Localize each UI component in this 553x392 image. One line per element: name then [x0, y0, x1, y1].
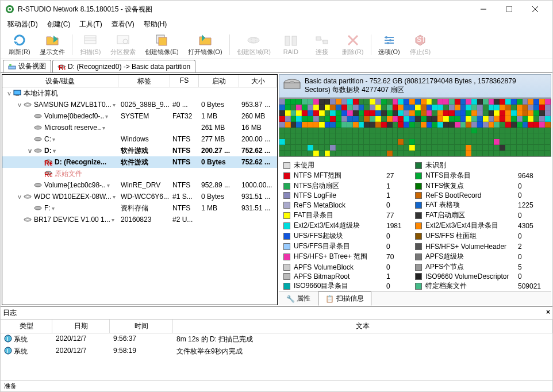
toolbar-连接: 连接: [306, 32, 337, 57]
dropdown-icon[interactable]: ▾: [107, 182, 110, 189]
dropdown-icon[interactable]: ▾: [112, 217, 114, 223]
dropdown-icon[interactable]: ▾: [53, 148, 56, 154]
col-size[interactable]: 大小: [239, 75, 277, 87]
svg-text:STOP: STOP: [417, 36, 427, 44]
menu-item[interactable]: 创建(C): [43, 18, 75, 30]
minimize-button[interactable]: [470, 1, 496, 17]
log-col-time[interactable]: 时间: [110, 320, 173, 333]
log-date: 2020/12/7: [52, 346, 110, 357]
log-text: 8m 12s 的 D: 扫描已完成: [173, 334, 552, 345]
dropdown-icon[interactable]: ▾: [52, 136, 55, 143]
expand-icon[interactable]: v: [26, 147, 33, 154]
row-name: Microsoft reserve..: [44, 124, 101, 132]
tree-row[interactable]: Volume{1ecb0c98-..▾WinRE_DRVNTFS952.89 .…: [2, 179, 277, 191]
row-icon: [33, 147, 43, 155]
tree-row[interactable]: Rec原始文件: [2, 168, 277, 179]
tree-row[interactable]: vWDC WD10EZEX-08W...▾WD-WCC6Y6...#1 S...…: [2, 191, 277, 202]
tree-row[interactable]: Microsoft reserve..▾261 MB16 MB: [2, 122, 277, 133]
tree-row[interactable]: BR17 DEVICE V1.00 1...▾20160823#2 U...: [2, 214, 277, 225]
row-size: 931.51 ...: [239, 193, 277, 201]
toolbar-icon: [83, 33, 97, 47]
legend-name: FAT目录条目: [294, 210, 386, 220]
menu-item[interactable]: 驱动器(D): [3, 18, 43, 30]
device-tree[interactable]: v本地计算机vSAMSUNG MZVLB1T0...▾0025_388B_9..…: [2, 87, 277, 305]
svg-point-49: [26, 196, 29, 197]
maximize-button[interactable]: [496, 1, 522, 17]
col-start[interactable]: 启动: [199, 75, 239, 87]
dropdown-icon[interactable]: ▾: [102, 125, 105, 131]
toolbar-显示文件[interactable]: 显示文件: [35, 32, 70, 57]
log-rows: i 系统2020/12/79:56:378m 12s 的 D: 扫描已完成i 系…: [1, 333, 552, 358]
toolbar-刷新(R)[interactable]: 刷新(R): [4, 32, 35, 57]
log-close-icon[interactable]: ×: [546, 308, 550, 318]
col-device[interactable]: 设备/磁盘: [2, 75, 118, 87]
log-col-text[interactable]: 文本: [173, 320, 552, 333]
legend-item: FAT启动扇区0: [415, 210, 547, 220]
tab-properties[interactable]: 🔧 属性: [279, 291, 318, 306]
legend-value: 1: [386, 272, 415, 280]
expand-icon[interactable]: v: [16, 193, 23, 200]
menu-item[interactable]: 帮助(H): [139, 18, 172, 30]
tree-row[interactable]: vD:▾软件游戏NTFS200.27 ...752.62 ...: [2, 145, 277, 156]
legend-value: 0: [518, 212, 547, 220]
tab-scan-info[interactable]: 📋 扫描信息: [318, 291, 371, 306]
legend-name: NTFS MFT范围: [294, 171, 386, 180]
dropdown-icon[interactable]: ▾: [52, 205, 55, 212]
row-icon: [23, 216, 32, 224]
titlebar: R-STUDIO Network 8.15.180015 - 设备视图: [1, 1, 552, 18]
tree-row[interactable]: F:▾资料存储NTFS1 MB931.51 ...: [2, 202, 277, 214]
log-type: 系统: [14, 335, 28, 344]
row-icon: [33, 181, 43, 189]
dropdown-icon[interactable]: ▾: [113, 194, 116, 200]
menu-item[interactable]: 查看(V): [107, 18, 139, 30]
row-label: 0025_388B_9...: [118, 101, 170, 109]
legend-name: ReFS BootRecord: [425, 191, 518, 199]
log-col-date[interactable]: 日期: [52, 320, 110, 333]
window-title: R-STUDIO Network 8.15.180015 - 设备视图: [18, 5, 470, 14]
log-row[interactable]: i 系统2020/12/79:56:378m 12s 的 D: 扫描已完成: [1, 333, 552, 345]
toolbar-选项(O)[interactable]: 选项(O): [374, 32, 405, 57]
menu-item[interactable]: 工具(T): [75, 18, 106, 30]
toolbar-打开镜像(O)[interactable]: 打开镜像(O): [183, 32, 227, 57]
row-icon: [23, 101, 32, 109]
toolbar-icon: [198, 33, 212, 47]
expand-icon[interactable]: v: [16, 101, 23, 108]
toolbar-创建镜像(E)[interactable]: 创建镜像(E): [140, 32, 183, 57]
expand-icon[interactable]: v: [6, 90, 13, 97]
tree-row[interactable]: v本地计算机: [2, 87, 277, 99]
tab-device-view[interactable]: 设备视图: [3, 60, 51, 72]
legend-swatch: [283, 192, 290, 199]
tab-partition[interactable]: Rec D: (Recognized0) -> Basic data parti…: [52, 60, 195, 72]
log-time: 9:58:19: [110, 346, 173, 357]
tree-row[interactable]: vSAMSUNG MZVLB1T0...▾0025_388B_9...#0 ..…: [2, 99, 277, 110]
col-fs[interactable]: FS: [170, 75, 199, 87]
legend-value: 1: [386, 191, 415, 199]
legend-name: 特定档案文件: [425, 281, 518, 291]
row-name: 原始文件: [55, 169, 82, 179]
log-time: 9:56:37: [110, 334, 173, 345]
col-label[interactable]: 标签: [118, 75, 170, 87]
svg-point-38: [26, 104, 29, 105]
info-line2: Sectors) 每数据块 4277407 扇区: [305, 85, 516, 95]
toolbar-停止(S): STOP停止(S): [405, 32, 436, 57]
row-label: Windows: [118, 135, 170, 143]
legend-value: 0: [518, 253, 547, 261]
legend-swatch: [415, 253, 422, 260]
legend-name: NTFS LogFile: [294, 191, 386, 199]
dropdown-icon[interactable]: ▾: [105, 113, 108, 120]
legend-name: HFS/HFS+ BTree+ 范围: [294, 252, 386, 262]
log-col-type[interactable]: 类型: [1, 320, 52, 333]
row-name: WDC WD10EZEX-08W...: [34, 193, 112, 201]
tree-row[interactable]: Volume{0bedecf0-..▾SYSTEMFAT321 MB260 MB: [2, 110, 277, 122]
legend-name: APFS BitmapRoot: [294, 272, 386, 280]
svg-text:i: i: [7, 347, 9, 355]
legend-item: NTFS目录条目9648: [415, 171, 547, 180]
tree-row[interactable]: RecD: (Recognize...软件游戏NTFS0 Bytes752.62…: [2, 156, 277, 168]
close-button[interactable]: [522, 1, 548, 17]
tree-row[interactable]: C:▾WindowsNTFS277 MB200.00 ...: [2, 133, 277, 145]
row-name: Volume{0bedecf0-..: [44, 112, 104, 120]
scan-map[interactable]: [279, 98, 551, 157]
dropdown-icon[interactable]: ▾: [113, 102, 116, 108]
log-type: 系统: [14, 347, 28, 356]
log-row[interactable]: i 系统2020/12/79:58:19文件枚举在9秒内完成: [1, 345, 552, 358]
